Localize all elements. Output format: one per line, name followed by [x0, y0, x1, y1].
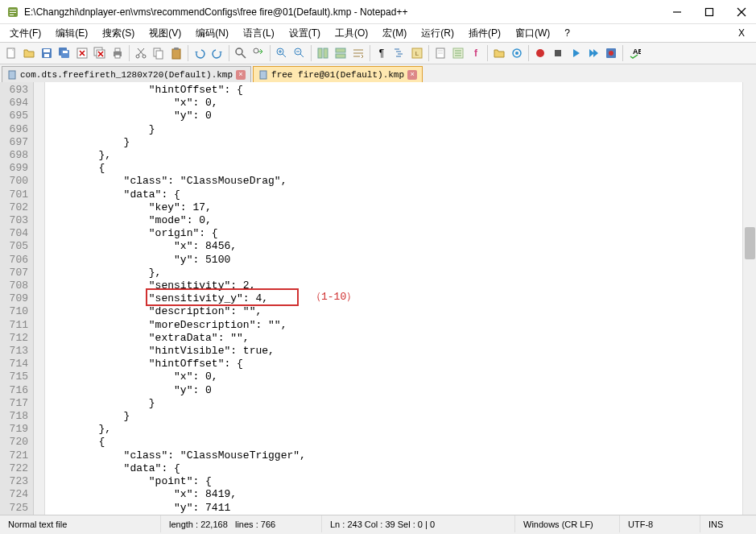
svg-point-67	[536, 49, 544, 57]
titlebar: E:\Changzhi\dnplayer-en\vms\recommendCon…	[0, 0, 756, 24]
tab-inactive[interactable]: com.dts.freefireth_1280x720(Default).kmp…	[2, 66, 251, 82]
save-macro-icon[interactable]	[603, 45, 619, 61]
indent-guides-icon[interactable]	[391, 45, 407, 61]
function-list-icon[interactable]: f	[468, 45, 484, 61]
user-lang-icon[interactable]: L	[409, 45, 425, 61]
stop-macro-icon[interactable]	[550, 45, 566, 61]
tab-close-icon[interactable]: ×	[236, 70, 246, 80]
menu-encoding[interactable]: 编码(N)	[189, 25, 235, 42]
svg-rect-45	[324, 48, 328, 58]
menu-window[interactable]: 窗口(W)	[509, 25, 556, 42]
monitor-icon[interactable]	[509, 45, 525, 61]
svg-line-28	[138, 48, 143, 55]
new-file-icon[interactable]	[3, 45, 19, 61]
tab-label: free fire@01(Default).kmp	[271, 70, 404, 80]
menu-plugins[interactable]: 插件(P)	[462, 25, 507, 42]
play-macro-icon[interactable]	[568, 45, 584, 61]
redo-icon[interactable]	[209, 45, 225, 61]
paste-icon[interactable]	[168, 45, 184, 61]
toolbar-separator	[370, 45, 370, 61]
svg-rect-73	[260, 71, 266, 79]
svg-rect-30	[156, 51, 163, 59]
open-file-icon[interactable]	[21, 45, 37, 61]
toolbar-separator	[229, 45, 229, 61]
menu-run[interactable]: 运行(R)	[415, 25, 461, 42]
replace-icon[interactable]	[250, 45, 266, 61]
toolbar-separator	[622, 45, 623, 61]
svg-rect-11	[44, 54, 49, 57]
svg-text:f: f	[474, 48, 478, 59]
minimize-button[interactable]	[669, 4, 685, 20]
svg-point-26	[143, 55, 146, 58]
toolbar-separator	[487, 45, 488, 61]
svg-line-43	[300, 54, 304, 57]
titlebar-text: E:\Changzhi\dnplayer-en\vms\recommendCon…	[24, 6, 669, 18]
vertical-scrollbar[interactable]	[742, 82, 756, 515]
record-macro-icon[interactable]	[532, 45, 548, 61]
svg-rect-44	[318, 48, 322, 58]
toolbar-separator	[311, 45, 312, 61]
svg-rect-2	[10, 12, 16, 13]
svg-rect-72	[9, 71, 15, 79]
sync-v-icon[interactable]	[315, 45, 331, 61]
sync-h-icon[interactable]	[333, 45, 349, 61]
cut-icon[interactable]	[133, 45, 149, 61]
menu-edit[interactable]: 编辑(E)	[49, 25, 94, 42]
wrap-icon[interactable]	[350, 45, 366, 61]
find-icon[interactable]	[233, 45, 249, 61]
svg-point-66	[515, 52, 518, 55]
tab-active[interactable]: free fire@01(Default).kmp ×	[253, 66, 423, 82]
toolbar-separator	[129, 45, 130, 61]
annotation-text: （1-10）	[311, 291, 357, 304]
print-icon[interactable]	[109, 45, 126, 61]
svg-rect-31	[172, 49, 180, 59]
menubar: 文件(F) 编辑(E) 搜索(S) 视图(V) 编码(N) 语言(L) 设置(T…	[0, 24, 756, 42]
play-multi-icon[interactable]	[585, 45, 601, 61]
doc-list-icon[interactable]	[450, 45, 466, 61]
save-all-icon[interactable]	[56, 45, 72, 61]
close-button[interactable]	[733, 4, 750, 20]
zoom-in-icon[interactable]	[274, 45, 290, 61]
app-icon	[6, 6, 19, 19]
show-all-chars-icon[interactable]: ¶	[374, 45, 390, 61]
code-area[interactable]: "hintOffset": { "x": 0, "y": 0 } } }, { …	[45, 82, 742, 515]
menu-settings[interactable]: 设置(T)	[283, 25, 327, 42]
menu-help[interactable]: ?	[558, 26, 576, 40]
scrollbar-thumb[interactable]	[745, 227, 755, 259]
menu-tools[interactable]: 工具(O)	[328, 25, 374, 42]
file-icon	[7, 70, 17, 80]
toolbar: ¶ L f ABC	[0, 42, 756, 64]
toolbar-separator	[528, 45, 529, 61]
menu-search[interactable]: 搜索(S)	[96, 25, 141, 42]
folder-workspace-icon[interactable]	[491, 45, 507, 61]
svg-rect-5	[706, 8, 713, 15]
toolbar-separator	[188, 45, 188, 61]
menu-view[interactable]: 视图(V)	[143, 25, 188, 42]
menu-language[interactable]: 语言(L)	[237, 25, 281, 42]
undo-icon[interactable]	[192, 45, 208, 61]
tab-close-icon[interactable]: ×	[407, 70, 417, 80]
save-icon[interactable]	[39, 45, 55, 61]
fold-margin[interactable]	[34, 82, 45, 515]
close-file-icon[interactable]	[74, 45, 90, 61]
window-controls	[669, 4, 750, 20]
svg-rect-3	[10, 14, 14, 15]
svg-rect-1	[10, 10, 16, 10]
tabbar: com.dts.freefireth_1280x720(Default).kmp…	[0, 64, 756, 82]
doc-map-icon[interactable]	[432, 45, 448, 61]
close-all-icon[interactable]	[92, 45, 108, 61]
svg-point-33	[236, 48, 242, 55]
spellcheck-icon[interactable]: ABC	[626, 45, 642, 61]
svg-rect-23	[115, 48, 120, 52]
svg-text:ABC: ABC	[633, 48, 641, 56]
svg-text:L: L	[415, 50, 419, 57]
file-icon	[258, 70, 268, 80]
svg-point-35	[254, 48, 258, 53]
toolbar-separator	[270, 45, 271, 61]
zoom-out-icon[interactable]	[291, 45, 308, 61]
menu-macro[interactable]: 宏(M)	[376, 25, 413, 42]
menubar-right-x[interactable]: X	[738, 27, 753, 39]
maximize-button[interactable]	[701, 4, 717, 20]
copy-icon[interactable]	[151, 45, 167, 61]
menu-file[interactable]: 文件(F)	[3, 25, 48, 42]
